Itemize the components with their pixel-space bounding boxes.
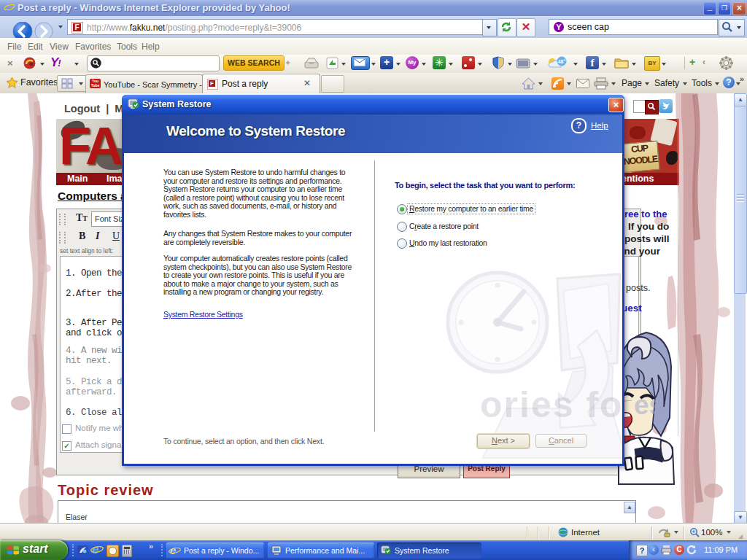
svg-text:48°: 48° (558, 59, 566, 64)
